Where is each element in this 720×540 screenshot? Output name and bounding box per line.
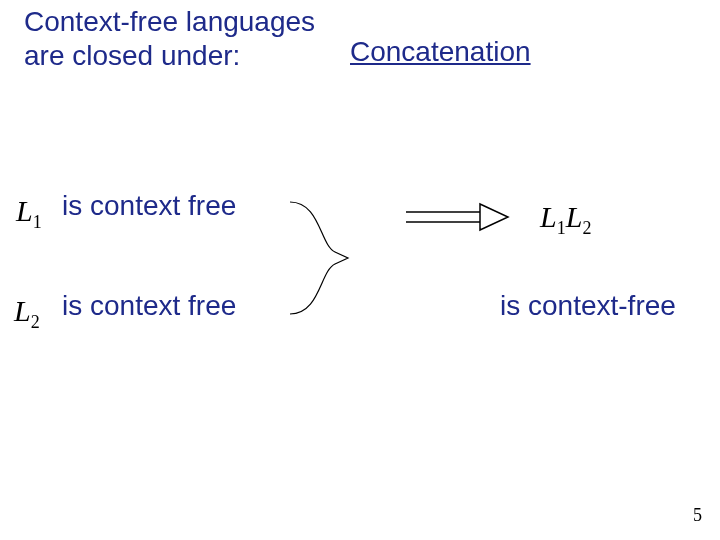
l1l2-symbol: L1L2: [540, 200, 591, 239]
l1l2-base2: L: [566, 200, 583, 233]
header-line-2: are closed under:: [24, 40, 240, 72]
l1-base: L: [16, 194, 33, 227]
l1-symbol: L1: [16, 194, 42, 233]
curly-brace-icon: [280, 190, 400, 330]
l1l2-sub1: 1: [557, 218, 566, 238]
header-line-1: Context-free languages: [24, 6, 315, 38]
implies-arrow-icon: [400, 198, 520, 238]
header-operation: Concatenation: [350, 36, 531, 68]
l1l2-base1: L: [540, 200, 557, 233]
slide: Context-free languages are closed under:…: [0, 0, 720, 540]
l2-text: is context free: [62, 290, 236, 322]
l1-sub: 1: [33, 212, 42, 232]
l1l2-sub2: 2: [582, 218, 591, 238]
l2-sub: 2: [31, 312, 40, 332]
page-number: 5: [693, 505, 702, 526]
l2-base: L: [14, 294, 31, 327]
result-text: is context-free: [500, 290, 676, 322]
svg-marker-2: [480, 204, 508, 230]
l2-symbol: L2: [14, 294, 40, 333]
l1-text: is context free: [62, 190, 236, 222]
